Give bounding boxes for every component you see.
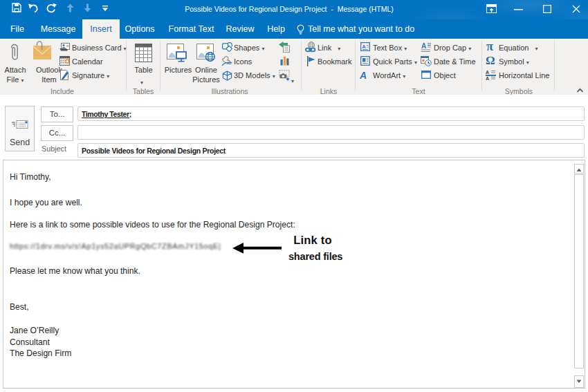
svg-text:A: A [486, 70, 489, 75]
svg-text:A: A [362, 44, 366, 50]
svg-text:A: A [360, 71, 367, 80]
svg-text:A: A [421, 42, 426, 50]
svg-text:A: A [486, 76, 489, 80]
